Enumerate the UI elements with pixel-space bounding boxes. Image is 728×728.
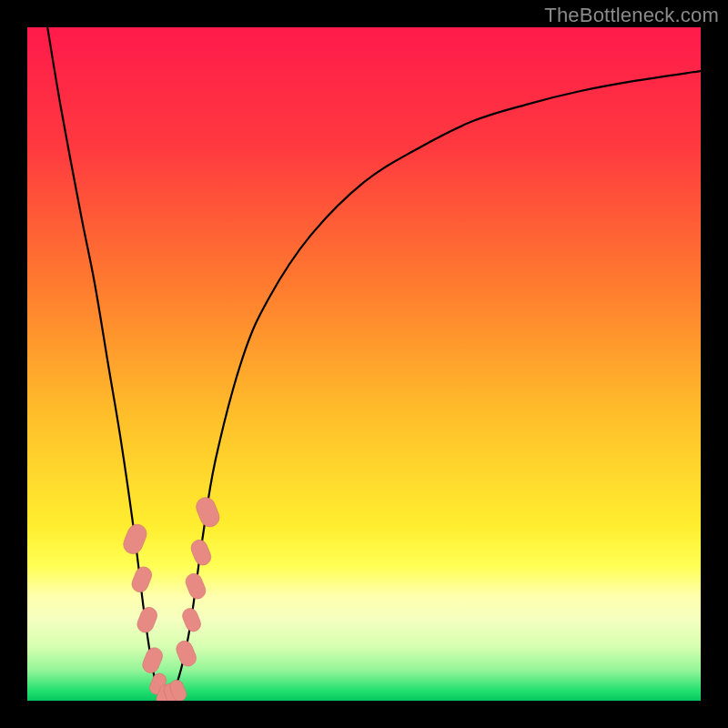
curve-layer — [27, 27, 701, 701]
curve-marker — [183, 571, 207, 602]
curve-markers — [121, 495, 223, 701]
bottleneck-curve — [47, 27, 701, 698]
curve-marker — [129, 564, 154, 594]
chart-frame: TheBottleneck.com — [0, 0, 728, 728]
plot-area — [27, 27, 701, 701]
curve-marker — [121, 521, 150, 556]
curve-marker — [140, 645, 165, 675]
curve-marker — [180, 606, 203, 633]
curve-marker — [174, 639, 198, 669]
curve-marker — [188, 538, 213, 568]
watermark-text: TheBottleneck.com — [544, 4, 719, 27]
curve-marker — [194, 495, 223, 530]
curve-marker — [135, 605, 159, 635]
